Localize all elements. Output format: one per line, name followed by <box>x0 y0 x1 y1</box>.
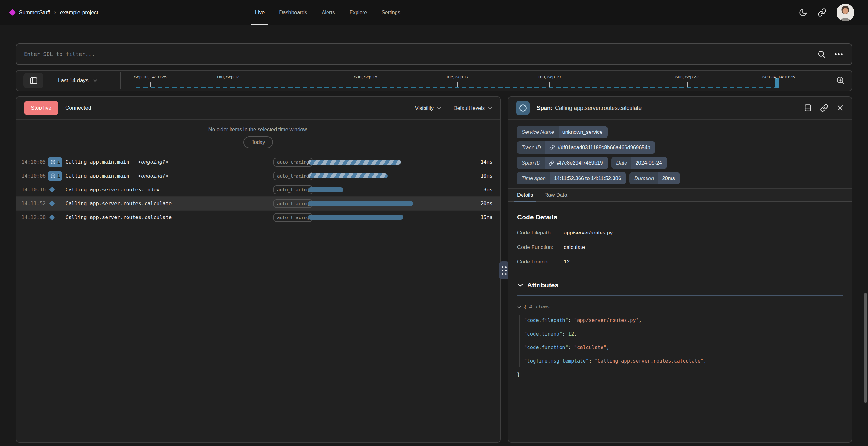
tag-pill[interactable]: auto_tracing <box>273 199 313 208</box>
code-detail-value: calculate <box>564 244 843 251</box>
json-open-line[interactable]: { 4 items <box>517 300 843 314</box>
brand-name[interactable]: SummerStuff <box>19 9 50 16</box>
duration-bar <box>308 187 343 192</box>
span-title-text: Calling app.server.routes.calculate <box>555 105 642 111</box>
info-icon <box>516 101 530 115</box>
page-scrollbar[interactable] <box>864 293 867 403</box>
span-detail-actions <box>804 104 844 112</box>
tag-pill[interactable]: auto_tracing <box>273 158 313 166</box>
tag-pill[interactable]: auto_tracing <box>273 185 313 194</box>
link-icon <box>549 145 555 151</box>
json-comma: , <box>703 354 706 368</box>
timeline-tick-label: Sun, Sep 22 <box>675 74 698 79</box>
badge-value-text: 20ms <box>662 175 675 181</box>
timeline-tick <box>228 82 228 87</box>
nav-tab-live[interactable]: Live <box>255 0 265 25</box>
expand-children-badge[interactable]: 1 <box>48 157 62 167</box>
span-badges: Service Nameunknown_serviceTrace ID#df01… <box>508 120 851 185</box>
nav-actions <box>799 4 854 22</box>
nav-tab-settings[interactable]: Settings <box>381 0 400 25</box>
log-row[interactable]: 14:10:061Calling app.main.main<ongoing?>… <box>17 169 500 183</box>
code-detail-value: 12 <box>564 259 843 265</box>
zoom-in-icon[interactable] <box>836 76 845 85</box>
badge-label: Trace ID <box>517 141 546 154</box>
log-row-timestamp: 14:10:16 <box>22 187 48 193</box>
live-panel-controls: Visibility Default levels <box>415 105 493 111</box>
stop-live-button[interactable]: Stop live <box>24 101 58 115</box>
span-detail-panel: Span:Calling app.server.routes.calculate… <box>508 96 852 443</box>
children-count: 1 <box>57 159 60 165</box>
log-row[interactable]: 14:12:38Calling app.server.routes.calcul… <box>17 210 500 224</box>
span-diamond-icon <box>49 214 55 220</box>
log-row[interactable]: 14:10:16Calling app.server.routes.indexa… <box>17 183 500 196</box>
breadcrumb-project[interactable]: example-project <box>60 9 98 16</box>
attributes-toggle[interactable]: Attributes <box>517 281 843 289</box>
sql-filter-input[interactable] <box>17 44 817 64</box>
today-button[interactable]: Today <box>244 136 273 148</box>
timeline-tick-label: Tue, Sep 17 <box>446 74 469 79</box>
log-row[interactable]: 14:10:051Calling app.main.main<ongoing?>… <box>17 155 500 169</box>
badge-value[interactable]: #f7c8e294f7489b19 <box>545 157 608 169</box>
badge-label: Date <box>611 157 632 169</box>
log-row-icon-cell <box>48 188 65 192</box>
span-badge-date: Date2024-09-24 <box>611 157 667 169</box>
close-icon[interactable] <box>837 104 844 112</box>
more-options-icon[interactable] <box>833 50 844 58</box>
tag-pill[interactable]: auto_tracing <box>273 213 313 222</box>
span-detail-header: Span:Calling app.server.routes.calculate <box>508 97 851 120</box>
live-panel-header: Stop live Connected Visibility Default l… <box>17 97 500 120</box>
timeline[interactable]: Sep 10, 14:10:25Thu, Sep 12Sun, Sep 15Tu… <box>17 70 851 91</box>
panel-layout-icon[interactable] <box>804 104 812 112</box>
main-content: Stop live Connected Visibility Default l… <box>16 96 852 443</box>
span-title: Span:Calling app.server.routes.calculate <box>537 105 642 112</box>
timeline-activity-spike <box>775 78 779 88</box>
tag-pill[interactable]: auto_tracing <box>273 171 313 180</box>
detail-tab-raw-data[interactable]: Raw Data <box>544 189 567 201</box>
detail-tab-details[interactable]: Details <box>517 189 533 201</box>
json-colon: : <box>568 341 574 354</box>
dark-mode-icon[interactable] <box>799 8 808 17</box>
log-row-message-cell: Calling app.main.main<ongoing?> <box>65 159 273 165</box>
user-avatar[interactable] <box>837 4 854 22</box>
log-row-icon-cell <box>48 215 65 219</box>
copy-link-icon[interactable] <box>820 104 828 112</box>
log-row-bar-cell <box>308 187 467 192</box>
expand-children-badge[interactable]: 1 <box>48 171 62 181</box>
top-nav: SummerStuff › example-project LiveDashbo… <box>0 0 868 26</box>
badge-value-text: #f7c8e294f7489b19 <box>557 160 603 166</box>
square-plus-icon <box>51 173 56 179</box>
nav-tabs: LiveDashboardsAlertsExploreSettings <box>255 0 400 25</box>
code-details-heading: Code Details <box>517 214 843 221</box>
json-entry: "logfire.msg_template": "Calling app.ser… <box>524 354 843 368</box>
log-row-message: Calling app.main.main <box>65 173 129 179</box>
nav-tab-explore[interactable]: Explore <box>349 0 367 25</box>
nav-tab-dashboards[interactable]: Dashboards <box>279 0 307 25</box>
log-row-duration: 14ms <box>467 159 493 165</box>
json-value: "calculate" <box>574 341 607 354</box>
code-detail-label: Code Lineno: <box>517 259 564 265</box>
visibility-dropdown[interactable]: Visibility <box>415 105 441 111</box>
span-badge-span-id: Span ID#f7c8e294f7489b19 <box>517 157 608 169</box>
json-colon: : <box>568 314 574 327</box>
nav-tab-alerts[interactable]: Alerts <box>321 0 335 25</box>
live-panel: Stop live Connected Visibility Default l… <box>16 96 501 443</box>
log-row-icon-cell <box>48 201 65 205</box>
panel-gap <box>501 96 508 443</box>
badge-value: 14:11:52.366 to 14:11:52.386 <box>550 172 626 185</box>
share-link-icon[interactable] <box>817 8 827 17</box>
log-row-icon-cell: 1 <box>48 171 65 181</box>
log-row-tag-cell: auto_tracing <box>273 159 308 165</box>
search-icon[interactable] <box>817 50 826 59</box>
log-row-tag-cell: auto_tracing <box>273 214 308 220</box>
default-levels-dropdown[interactable]: Default levels <box>454 105 493 111</box>
timeline-tick-label: Thu, Sep 19 <box>538 74 561 79</box>
timeline-tick-label: Thu, Sep 12 <box>216 74 240 79</box>
json-value: "app/server/routes.py" <box>574 314 639 327</box>
json-key: "code.function" <box>524 341 568 354</box>
log-row-message-cell: Calling app.main.main<ongoing?> <box>65 173 273 179</box>
badge-row: Time span14:11:52.366 to 14:11:52.386Dur… <box>517 172 843 185</box>
default-levels-dropdown-label: Default levels <box>454 105 485 111</box>
badge-value[interactable]: #df01acad0311189c8b66a466d969654b <box>546 141 655 154</box>
log-row[interactable]: 14:11:52Calling app.server.routes.calcul… <box>17 196 500 210</box>
detail-tabs: DetailsRaw Data <box>508 188 851 202</box>
